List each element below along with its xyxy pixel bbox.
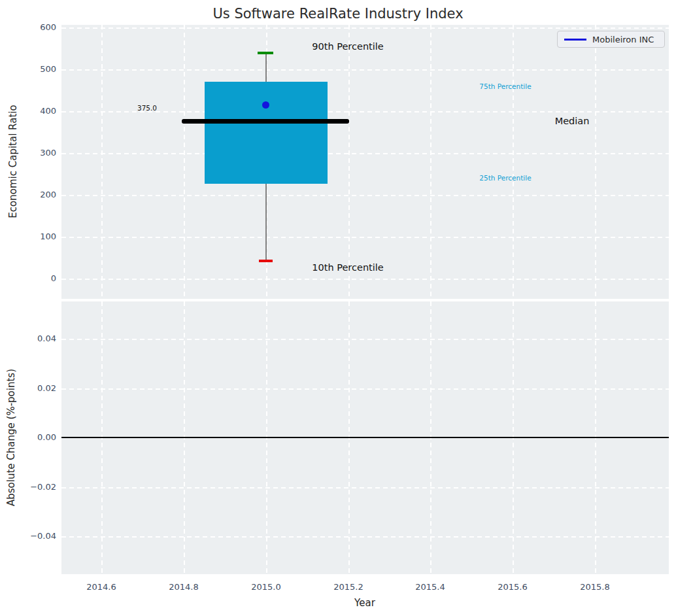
interquartile-box xyxy=(205,82,328,184)
xtick: 2014.8 xyxy=(156,582,211,592)
bottom-plot-area xyxy=(61,301,669,574)
annotation-90th-percentile: 90th Percentile xyxy=(312,41,383,52)
annotation-10th-percentile: 10th Percentile xyxy=(312,262,383,273)
x-axis-label: Year xyxy=(354,597,375,609)
xtick: 2015.8 xyxy=(567,582,622,592)
gridline xyxy=(61,195,669,196)
zero-reference-line xyxy=(61,437,669,438)
annotation-median: Median xyxy=(555,116,590,126)
xtick: 2014.6 xyxy=(74,582,129,592)
gridline xyxy=(61,388,669,390)
gridline xyxy=(61,536,669,538)
ytick-top: 200 xyxy=(22,190,56,200)
ytick-top: 600 xyxy=(22,22,56,33)
ytick-bottom: 0.04 xyxy=(22,334,56,344)
median-line xyxy=(182,119,349,124)
annotation-25th-percentile: 25th Percentile xyxy=(479,174,531,182)
legend: Mobileiron INC xyxy=(557,31,665,48)
ytick-bottom: −0.02 xyxy=(22,482,56,492)
bottom-y-axis-label: Absolute Change (%-points) xyxy=(5,369,17,506)
annotation-median-value: 375.0 xyxy=(137,104,157,112)
top-plot-area: 90th Percentile 75th Percentile Median 3… xyxy=(61,25,669,299)
gridline xyxy=(61,27,669,29)
legend-label: Mobileiron INC xyxy=(592,35,654,44)
figure: Us Software RealRate Industry Index 90th… xyxy=(0,0,676,616)
gridline xyxy=(101,25,103,299)
gridline xyxy=(61,339,669,340)
ytick-bottom: 0.02 xyxy=(22,383,56,394)
annotation-75th-percentile: 75th Percentile xyxy=(479,82,531,90)
ytick-top: 300 xyxy=(22,148,56,158)
gridline xyxy=(61,279,669,280)
gridline xyxy=(61,237,669,238)
ytick-bottom: 0.00 xyxy=(22,432,56,443)
gridline xyxy=(61,69,669,71)
ytick-top: 400 xyxy=(22,106,56,116)
ytick-top: 500 xyxy=(22,64,56,75)
90th-percentile-cap xyxy=(258,52,273,54)
legend-line-sample xyxy=(564,39,586,41)
gridline xyxy=(430,25,431,299)
top-y-axis-label: Economic Capital Ratio xyxy=(7,105,19,218)
gridline xyxy=(595,25,596,299)
chart-title: Us Software RealRate Industry Index xyxy=(212,6,463,22)
gridline xyxy=(184,25,185,299)
ytick-top: 0 xyxy=(22,273,56,284)
gridline xyxy=(61,153,669,154)
xtick: 2015.4 xyxy=(403,582,458,592)
ytick-bottom: −0.04 xyxy=(22,531,56,541)
xtick: 2015.0 xyxy=(239,582,294,592)
gridline xyxy=(513,25,514,299)
10th-percentile-cap xyxy=(259,260,273,262)
ytick-top: 100 xyxy=(22,231,56,242)
gridline xyxy=(348,25,350,299)
gridline xyxy=(61,487,669,488)
xtick: 2015.2 xyxy=(321,582,376,592)
company-data-point xyxy=(262,101,269,109)
xtick: 2015.6 xyxy=(485,582,540,592)
